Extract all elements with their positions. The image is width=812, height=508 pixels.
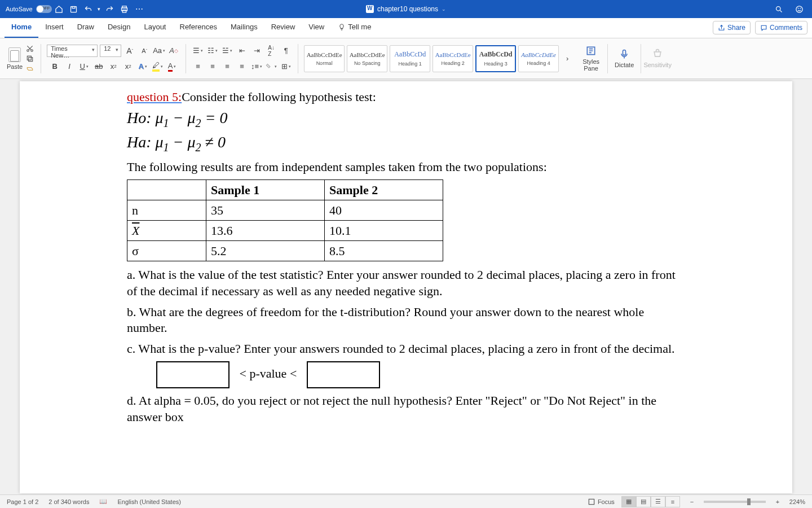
align-center-icon[interactable]: ≡	[206, 60, 219, 73]
search-icon[interactable]	[771, 2, 786, 16]
numbering-icon[interactable]: ☷	[206, 45, 219, 57]
view-draft-icon[interactable]: ≡	[665, 496, 680, 507]
italic-icon[interactable]: I	[63, 60, 76, 73]
hypothesis-alt: Ha: μ1 − μ2 ≠ 0	[127, 132, 685, 155]
borders-icon[interactable]: ⊞	[280, 60, 292, 73]
followup-text: The following results are from independe…	[127, 159, 685, 176]
hypothesis-null: Ho: μ1 − μ2 = 0	[127, 108, 685, 130]
autosave-switch[interactable]: OFF	[36, 5, 52, 13]
home-icon[interactable]	[52, 2, 67, 16]
styles-pane-button[interactable]: Styles Pane	[577, 45, 605, 72]
svg-rect-14	[623, 50, 626, 55]
titlebar: AutoSave OFF ▾ ⋯ chapter10 questions ⌄	[0, 0, 812, 18]
tell-me[interactable]: Tell me	[331, 18, 378, 38]
paragraph-group: ☰ ☷ ☱ ⇤ ⇥ A↓Z ¶ ≡ ≡ ≡ ≡ ↕≡ ⊞	[188, 38, 295, 78]
view-print-icon[interactable]: ▦	[621, 496, 636, 507]
increase-indent-icon[interactable]: ⇥	[250, 45, 263, 57]
text-effects-icon[interactable]: A	[136, 60, 149, 73]
svg-rect-0	[71, 6, 77, 12]
view-web-icon[interactable]: ▤	[636, 496, 651, 507]
share-button[interactable]: Share	[713, 21, 751, 34]
view-outline-icon[interactable]: ☰	[651, 496, 665, 507]
show-marks-icon[interactable]: ¶	[280, 45, 292, 57]
copy-icon[interactable]	[25, 54, 35, 63]
undo-icon[interactable]	[81, 2, 96, 16]
style-nospacing[interactable]: AaBbCcDdEeNo Spacing	[347, 45, 387, 72]
bullets-icon[interactable]: ☰	[192, 45, 204, 57]
style-heading2[interactable]: AaBbCcDdEeHeading 2	[433, 45, 473, 72]
strike-icon[interactable]: ab	[92, 60, 105, 73]
font-size-select[interactable]: 12	[100, 45, 121, 57]
align-left-icon[interactable]: ≡	[192, 60, 204, 73]
clear-format-icon[interactable]: A◇	[167, 45, 180, 57]
line-spacing-icon[interactable]: ↕≡	[250, 60, 263, 73]
status-language[interactable]: English (United States)	[117, 498, 181, 505]
print-icon[interactable]	[117, 2, 132, 16]
status-words[interactable]: 2 of 340 words	[48, 498, 89, 505]
font-color-icon[interactable]: A	[166, 60, 178, 73]
style-heading4[interactable]: AaBbCcDdEeHeading 4	[518, 45, 559, 72]
subscript-icon[interactable]: x2	[107, 60, 120, 73]
bold-icon[interactable]: B	[48, 60, 61, 73]
comments-button[interactable]: Comments	[755, 21, 807, 34]
autosave-toggle[interactable]: AutoSave OFF	[6, 5, 52, 13]
svg-rect-12	[27, 56, 31, 60]
tab-references[interactable]: References	[173, 18, 224, 38]
zoom-level[interactable]: 224%	[789, 498, 805, 505]
font-family-select[interactable]: Times New…	[47, 45, 98, 57]
ribbon-tabbar: Home Insert Draw Design Layout Reference…	[0, 18, 812, 38]
zoom-out[interactable]: −	[687, 497, 697, 507]
tab-insert[interactable]: Insert	[38, 18, 70, 38]
more-icon[interactable]: ⋯	[132, 2, 147, 16]
doc-title[interactable]: chapter10 questions ⌄	[366, 5, 446, 13]
styles-pane-icon	[585, 45, 597, 56]
zoom-in[interactable]: +	[773, 497, 783, 507]
underline-icon[interactable]: U	[78, 60, 90, 73]
smiley-icon[interactable]	[792, 2, 806, 16]
style-heading1[interactable]: AaBbCcDdHeading 1	[390, 45, 430, 72]
focus-mode[interactable]: Focus	[588, 498, 615, 506]
tab-view[interactable]: View	[302, 18, 331, 38]
undo-dropdown-icon[interactable]: ▾	[96, 2, 103, 16]
highlight-icon[interactable]: 🖊	[151, 60, 164, 73]
lightbulb-icon	[338, 23, 346, 31]
tab-home[interactable]: Home	[5, 18, 38, 38]
clipboard-group: Paste	[3, 38, 38, 78]
sensitivity-button[interactable]: Sensitivity	[643, 49, 672, 68]
change-case-icon[interactable]: Aa	[153, 45, 165, 57]
tab-review[interactable]: Review	[264, 18, 302, 38]
svg-rect-1	[72, 6, 75, 8]
sort-icon[interactable]: A↓Z	[265, 45, 277, 57]
save-icon[interactable]	[67, 2, 81, 16]
superscript-icon[interactable]: x2	[122, 60, 134, 73]
format-painter-icon[interactable]	[25, 64, 35, 73]
comment-icon	[760, 24, 767, 32]
clipboard-icon	[8, 47, 21, 62]
tab-mailings[interactable]: Mailings	[224, 18, 264, 38]
document-area[interactable]: question 5:Consider the following hypoth…	[0, 79, 812, 494]
style-heading3[interactable]: AaBbCcDdHeading 3	[475, 45, 516, 72]
redo-icon[interactable]	[103, 2, 117, 16]
align-right-icon[interactable]: ≡	[221, 60, 233, 73]
paste-button[interactable]: Paste	[7, 47, 23, 70]
increase-font-icon[interactable]: Aˆ	[123, 45, 136, 57]
status-page[interactable]: Page 1 of 2	[7, 498, 38, 505]
svg-point-6	[796, 6, 802, 12]
cut-icon[interactable]	[25, 44, 35, 53]
style-normal[interactable]: AaBbCcDdEeNormal	[304, 45, 345, 72]
multilevel-icon[interactable]: ☱	[221, 45, 233, 57]
styles-more-icon[interactable]: ›	[561, 52, 573, 65]
tab-layout[interactable]: Layout	[137, 18, 173, 38]
tab-design[interactable]: Design	[101, 18, 137, 38]
decrease-indent-icon[interactable]: ⇤	[236, 45, 248, 57]
dictate-button[interactable]: Dictate	[610, 49, 638, 68]
svg-point-7	[798, 8, 798, 8]
status-spellcheck-icon[interactable]: 📖	[99, 498, 107, 505]
shading-icon[interactable]	[265, 60, 277, 73]
pvalue-lower-box	[156, 361, 230, 388]
svg-rect-15	[589, 499, 594, 504]
decrease-font-icon[interactable]: Aˇ	[138, 45, 151, 57]
zoom-slider[interactable]	[704, 501, 766, 503]
tab-draw[interactable]: Draw	[70, 18, 101, 38]
justify-icon[interactable]: ≡	[236, 60, 248, 73]
